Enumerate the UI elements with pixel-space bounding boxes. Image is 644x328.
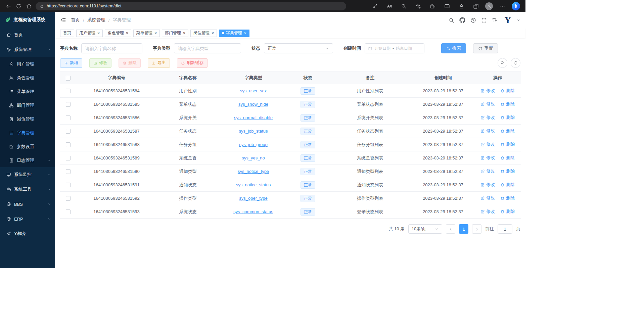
goto-page-input[interactable] [498, 224, 512, 234]
read-aloud-icon[interactable] [384, 1, 394, 11]
row-delete-link[interactable]: 删除 [500, 182, 515, 188]
sidebar-item-post-mgmt[interactable]: 岗位管理 [0, 112, 55, 126]
search-icon[interactable] [449, 17, 454, 23]
delete-button[interactable]: 删除 [119, 58, 141, 68]
edit-button[interactable]: 修改 [89, 58, 111, 68]
dict-type-link[interactable]: sys_user_sex [240, 88, 267, 93]
browser-back-icon[interactable] [3, 1, 13, 11]
refresh-cache-button[interactable]: 刷新缓存 [177, 58, 208, 68]
sidebar-item-dict-mgmt[interactable]: 字典管理 [0, 126, 55, 140]
sidebar-item-bbs[interactable]: BBS [0, 197, 55, 212]
toggle-search-button[interactable] [498, 58, 507, 68]
add-favorite-icon[interactable] [413, 1, 423, 11]
row-edit-link[interactable]: 修改 [480, 168, 495, 174]
extensions-icon[interactable] [427, 1, 438, 11]
row-edit-link[interactable]: 修改 [480, 208, 495, 215]
font-size-icon[interactable] [492, 17, 498, 23]
row-checkbox[interactable] [66, 115, 71, 120]
prev-page-button[interactable] [446, 224, 455, 234]
row-checkbox[interactable] [66, 169, 71, 174]
sidebar-item-log-mgmt[interactable]: 日志管理 [0, 153, 55, 167]
next-page-button[interactable] [472, 224, 481, 234]
row-checkbox[interactable] [66, 89, 71, 93]
close-icon[interactable]: × [154, 31, 157, 35]
row-edit-link[interactable]: 修改 [480, 101, 495, 107]
close-icon[interactable]: × [244, 31, 246, 35]
row-delete-link[interactable]: 删除 [500, 195, 515, 201]
close-icon[interactable]: × [126, 31, 128, 35]
breadcrumb-item[interactable]: 系统管理 [87, 17, 105, 23]
browser-refresh-icon[interactable] [13, 1, 24, 11]
row-edit-link[interactable]: 修改 [480, 182, 495, 188]
chevron-down-icon[interactable] [516, 18, 520, 22]
tab-dept-mgmt[interactable]: 部门管理× [162, 30, 188, 37]
close-icon[interactable]: × [97, 31, 100, 35]
sidebar-item-system-mgmt[interactable]: 系统管理 [0, 42, 55, 57]
collapse-sidebar-icon[interactable] [60, 17, 66, 23]
bing-chat-button[interactable]: b [512, 2, 520, 10]
row-delete-link[interactable]: 删除 [500, 101, 515, 107]
reset-button[interactable]: 重置 [473, 43, 498, 53]
select-all-checkbox[interactable] [66, 76, 71, 81]
zoom-out-icon[interactable] [399, 1, 409, 11]
dict-name-input[interactable] [81, 43, 142, 53]
row-edit-link[interactable]: 修改 [480, 114, 495, 121]
row-delete-link[interactable]: 删除 [500, 128, 515, 134]
tab-menu-mgmt[interactable]: 菜单管理× [133, 30, 160, 37]
row-checkbox[interactable] [66, 209, 71, 214]
close-icon[interactable]: × [212, 31, 214, 35]
row-delete-link[interactable]: 删除 [500, 88, 515, 94]
tab-user-mgmt[interactable]: 用户管理× [76, 30, 103, 37]
row-delete-link[interactable]: 删除 [500, 114, 515, 121]
split-screen-icon[interactable] [442, 1, 452, 11]
row-checkbox[interactable] [66, 183, 71, 187]
refresh-table-button[interactable] [511, 58, 520, 68]
row-edit-link[interactable]: 修改 [480, 128, 495, 134]
add-button[interactable]: 新增 [60, 58, 82, 68]
browser-settings-icon[interactable] [497, 1, 507, 11]
favorites-icon[interactable] [456, 1, 466, 11]
dict-type-link[interactable]: sys_job_status [239, 129, 268, 134]
dict-type-link[interactable]: sys_show_hide [238, 102, 268, 107]
sidebar-item-user-mgmt[interactable]: 用户管理 [0, 57, 55, 71]
sidebar-item-yi-framework[interactable]: Yi框架 [0, 226, 55, 241]
row-edit-link[interactable]: 修改 [480, 155, 495, 161]
fullscreen-icon[interactable] [481, 17, 487, 23]
help-icon[interactable] [470, 17, 476, 23]
row-checkbox[interactable] [66, 102, 71, 107]
sidebar-item-erp[interactable]: ERP [0, 212, 55, 226]
browser-home-icon[interactable] [24, 1, 34, 11]
row-checkbox[interactable] [66, 156, 71, 160]
dict-type-input[interactable] [174, 43, 241, 53]
sidebar-item-menu-mgmt[interactable]: 菜单管理 [0, 85, 55, 98]
github-icon[interactable] [459, 17, 465, 23]
sidebar-item-role-mgmt[interactable]: 角色管理 [0, 71, 55, 85]
address-bar[interactable]: https://ccnetcore.com:1101/system/dict [36, 2, 346, 10]
row-delete-link[interactable]: 删除 [500, 155, 515, 161]
row-edit-link[interactable]: 修改 [480, 195, 495, 201]
dict-type-link[interactable]: sys_notice_status [236, 182, 271, 187]
sidebar-item-home[interactable]: 首页 [0, 28, 55, 42]
row-checkbox[interactable] [66, 196, 71, 201]
sidebar-item-dept-mgmt[interactable]: 部门管理 [0, 98, 55, 112]
row-delete-link[interactable]: 删除 [500, 208, 515, 215]
user-avatar[interactable]: Y [505, 16, 511, 25]
sidebar-item-system-tools[interactable]: 系统工具 [0, 182, 55, 197]
tab-post-mgmt[interactable]: 岗位管理× [190, 30, 217, 37]
row-checkbox[interactable] [66, 129, 71, 134]
page-size-select[interactable]: 10条/页 [408, 224, 442, 234]
current-page-button[interactable]: 1 [459, 224, 468, 234]
dict-type-link[interactable]: sys_oper_type [239, 196, 268, 201]
tab-role-mgmt[interactable]: 角色管理× [105, 30, 131, 37]
dict-type-link[interactable]: sys_notice_type [238, 169, 269, 174]
export-button[interactable]: 导出 [148, 58, 170, 68]
row-delete-link[interactable]: 删除 [500, 141, 515, 147]
row-delete-link[interactable]: 删除 [500, 168, 515, 174]
dict-type-link[interactable]: sys_yes_no [242, 155, 265, 160]
dict-type-link[interactable]: sys_common_status [233, 209, 273, 214]
row-edit-link[interactable]: 修改 [480, 141, 495, 147]
breadcrumb-item[interactable]: 首页 [71, 17, 80, 23]
row-checkbox[interactable] [66, 142, 71, 147]
dict-type-link[interactable]: sys_normal_disable [234, 115, 273, 120]
date-range-picker[interactable]: 开始日期 - 结束日期 [365, 43, 424, 53]
